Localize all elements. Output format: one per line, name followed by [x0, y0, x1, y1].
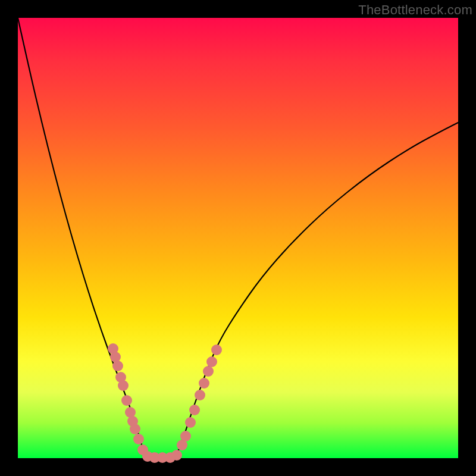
bottleneck-curve — [18, 18, 458, 458]
highlight-dot — [203, 366, 214, 377]
highlight-dot — [189, 405, 200, 415]
highlight-dot — [171, 450, 182, 461]
highlight-dots-group — [108, 343, 222, 463]
curve-layer — [18, 18, 458, 458]
highlight-dot — [180, 431, 191, 441]
highlight-dot — [199, 378, 209, 389]
highlight-dot — [185, 417, 196, 428]
watermark-label: TheBottleneck.com — [358, 2, 472, 18]
plot-area — [18, 18, 458, 458]
chart-stage: TheBottleneck.com — [0, 0, 476, 476]
highlight-dot — [206, 356, 217, 367]
highlight-dot — [112, 361, 123, 371]
highlight-dot — [133, 434, 144, 444]
highlight-dot — [118, 380, 129, 391]
highlight-dot — [121, 395, 132, 406]
highlight-dot — [195, 390, 205, 400]
highlight-dot — [130, 424, 140, 434]
highlight-dot — [211, 345, 222, 355]
